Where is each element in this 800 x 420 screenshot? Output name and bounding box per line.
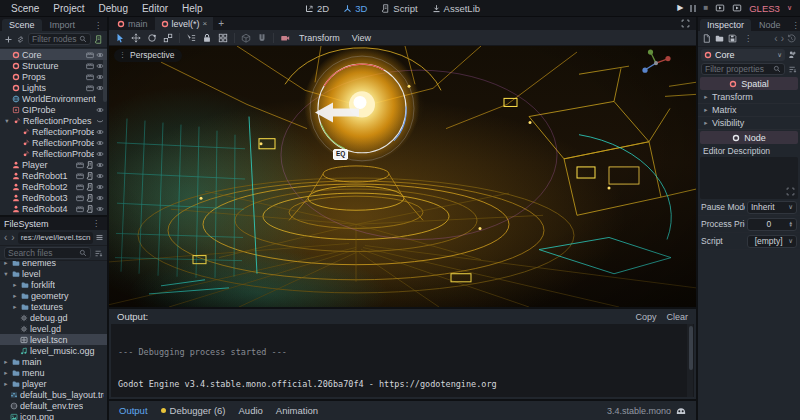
scene-tab-level[interactable]: level(*)× — [155, 17, 214, 30]
chevron-right-icon[interactable]: ▸ — [2, 358, 10, 366]
script-icon[interactable] — [86, 172, 94, 180]
close-icon[interactable]: × — [203, 19, 208, 28]
console-scrollbar-thumb[interactable] — [689, 326, 693, 370]
group-icon[interactable] — [76, 161, 84, 169]
dock-menu-icon[interactable]: ⋮ — [89, 219, 103, 229]
view-menu[interactable]: View — [347, 33, 376, 43]
eye-icon[interactable] — [96, 172, 104, 180]
chevron-right-icon[interactable]: ▸ — [11, 281, 19, 289]
group-icon[interactable] — [86, 84, 94, 92]
tab-inspector[interactable]: Inspector — [700, 19, 751, 31]
dock-menu-icon[interactable]: ⋮ — [91, 21, 105, 31]
menu-help[interactable]: Help — [175, 2, 210, 15]
scene-tree-scrollbar[interactable] — [103, 50, 107, 102]
group-icon[interactable] — [86, 73, 94, 81]
script-dropdown[interactable]: [empty]∨ — [747, 235, 797, 248]
editor-description-field[interactable] — [700, 157, 798, 199]
tab-import[interactable]: Import — [43, 19, 83, 31]
group-icon[interactable] — [76, 194, 84, 202]
tree-node-reflectionprobe1[interactable]: ReflectionProbe1 — [0, 126, 107, 137]
perspective-menu[interactable]: ⋮Perspective — [114, 49, 182, 62]
folder-enemies[interactable]: ▸enemies — [0, 261, 107, 268]
script-icon[interactable] — [86, 194, 94, 202]
menu-editor[interactable]: Editor — [135, 2, 175, 15]
add-node-button[interactable] — [4, 35, 13, 44]
tab-audio[interactable]: Audio — [239, 405, 263, 416]
script-icon[interactable] — [86, 205, 94, 213]
eye-icon[interactable] — [96, 128, 104, 136]
file-level-gd[interactable]: level.gd — [0, 323, 107, 334]
eye-icon[interactable] — [96, 183, 104, 191]
new-scene-tab-button[interactable]: + — [214, 18, 228, 29]
group-node-button[interactable] — [216, 31, 230, 44]
file-icon-png[interactable]: icon.png — [0, 411, 107, 420]
play-custom-scene-button[interactable] — [732, 3, 742, 13]
folder-player[interactable]: ▸player — [0, 378, 107, 389]
load-resource-button[interactable] — [715, 34, 724, 43]
tree-node-redrobot4[interactable]: RedRobot4 — [0, 203, 107, 214]
folder-forklift[interactable]: ▸forklift — [0, 279, 107, 290]
workspace-2d-button[interactable]: 2D — [299, 2, 335, 15]
tab-output[interactable]: Output — [119, 405, 148, 416]
eye-closed-icon[interactable] — [96, 117, 104, 125]
tree-node-music[interactable]: Music — [0, 214, 107, 215]
split-mode-icon[interactable] — [95, 233, 104, 242]
distraction-free-button[interactable] — [681, 19, 694, 28]
group-icon[interactable] — [86, 51, 94, 59]
pin-object-button[interactable] — [788, 50, 797, 59]
search-files-input[interactable] — [8, 248, 77, 258]
filter-nodes-input[interactable] — [32, 34, 77, 44]
tree-node-reflectionprobe3[interactable]: ReflectionProbe3 — [0, 148, 107, 159]
folder-geometry[interactable]: ▸geometry — [0, 290, 107, 301]
tree-node-reflectionprobe2[interactable]: ReflectionProbe2 — [0, 137, 107, 148]
file-default-env[interactable]: default_env.tres — [0, 400, 107, 411]
tree-node-reflectionprobes[interactable]: ▾ReflectionProbes — [0, 115, 107, 126]
tree-node-props[interactable]: Props — [0, 71, 107, 82]
history-back-button[interactable]: ‹ — [774, 33, 777, 44]
snap-toggle[interactable] — [255, 31, 269, 44]
scene-tab-main[interactable]: main — [111, 17, 154, 30]
instance-scene-button[interactable] — [16, 35, 25, 44]
stop-button[interactable]: ■ — [703, 4, 708, 12]
menu-project[interactable]: Project — [46, 2, 91, 15]
resource-menu-icon[interactable]: ⋮ — [741, 34, 755, 44]
lock-node-button[interactable] — [200, 31, 214, 44]
play-button[interactable]: ▶ — [677, 4, 683, 12]
clear-button[interactable]: Clear — [666, 312, 688, 322]
move-tool-button[interactable] — [129, 31, 143, 44]
eye-icon[interactable] — [96, 139, 104, 147]
filter-properties-input[interactable] — [705, 64, 771, 74]
folder-main[interactable]: ▸main — [0, 356, 107, 367]
dock-menu-icon[interactable]: ⋮ — [789, 21, 800, 31]
tab-scene[interactable]: Scene — [2, 19, 42, 31]
nav-forward-button[interactable]: › — [10, 233, 15, 243]
tree-node-core[interactable]: Core — [0, 49, 107, 60]
tree-node-worldenvironment[interactable]: WorldEnvironment — [0, 93, 107, 104]
group-visibility[interactable]: ▸Visibility — [698, 117, 800, 130]
scale-tool-button[interactable] — [161, 31, 175, 44]
folder-textures[interactable]: ▸textures — [0, 301, 107, 312]
chevron-right-icon[interactable]: ▸ — [11, 292, 19, 300]
tab-animation[interactable]: Animation — [276, 405, 318, 416]
renderer-selector[interactable]: GLES3 — [749, 3, 780, 14]
group-icon[interactable] — [76, 172, 84, 180]
node-selector[interactable]: Core ∨ — [701, 49, 785, 61]
nav-back-button[interactable]: ‹ — [3, 233, 8, 243]
folder-level[interactable]: ▾level — [0, 268, 107, 279]
category-spatial[interactable]: Spatial — [700, 77, 798, 90]
tree-node-giprobe[interactable]: GIProbe — [0, 104, 107, 115]
chevron-right-icon[interactable]: ▸ — [2, 261, 10, 267]
chevron-right-icon[interactable]: ▸ — [2, 380, 10, 388]
expand-icon[interactable] — [786, 187, 795, 196]
folder-menu[interactable]: ▸menu — [0, 367, 107, 378]
group-icon[interactable] — [76, 205, 84, 213]
3d-viewport[interactable]: ⋮Perspective EQ — [109, 46, 696, 307]
chevron-right-icon[interactable]: ▸ — [11, 303, 19, 311]
tab-node[interactable]: Node — [752, 19, 788, 31]
workspace-assetlib-button[interactable]: AssetLib — [426, 2, 486, 15]
spinner-arrows-icon[interactable]: ▲▼ — [789, 221, 793, 228]
process-priority-spinner[interactable]: 0▲▼ — [747, 218, 797, 231]
select-tool-button[interactable] — [113, 31, 127, 44]
listener-gizmo[interactable]: EQ — [333, 149, 348, 160]
group-icon[interactable] — [86, 62, 94, 70]
